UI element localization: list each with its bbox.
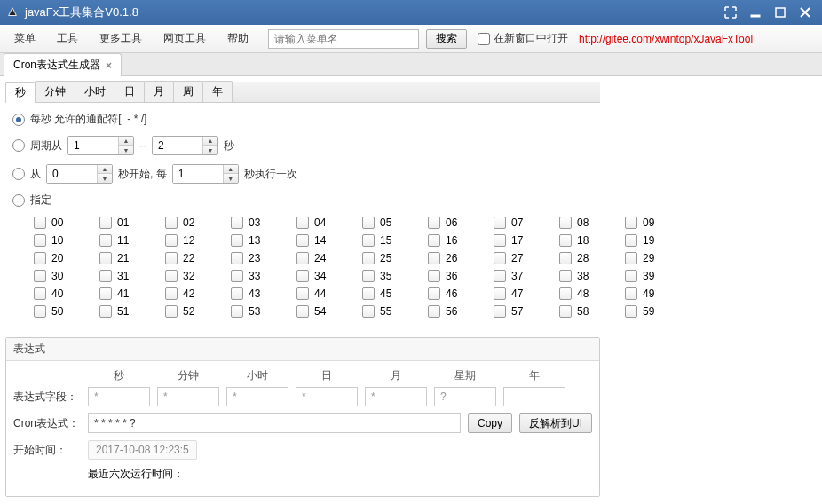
from-start-spinner[interactable]: ▲▼ (46, 164, 113, 184)
second-checkbox-33[interactable] (231, 270, 243, 282)
second-check-02[interactable]: 02 (165, 217, 201, 229)
second-checkbox-16[interactable] (428, 234, 440, 247)
second-check-29[interactable]: 29 (625, 252, 660, 264)
search-input[interactable] (268, 29, 419, 49)
second-check-10[interactable]: 10 (34, 234, 69, 247)
second-check-54[interactable]: 54 (296, 305, 332, 318)
second-check-00[interactable]: 00 (34, 217, 69, 229)
second-check-56[interactable]: 56 (428, 305, 463, 318)
second-check-23[interactable]: 23 (231, 252, 266, 264)
start-time-value[interactable]: 2017-10-08 12:23:5 (88, 440, 197, 460)
second-checkbox-03[interactable] (231, 217, 243, 229)
second-checkbox-01[interactable] (99, 217, 112, 229)
field-month[interactable] (365, 387, 427, 406)
cycle-to-spinner[interactable]: ▲▼ (152, 136, 218, 155)
spin-up-icon[interactable]: ▲ (224, 165, 238, 174)
second-checkbox-38[interactable] (559, 270, 572, 282)
second-checkbox-30[interactable] (34, 270, 46, 282)
second-check-05[interactable]: 05 (362, 217, 398, 229)
second-check-28[interactable]: 28 (559, 252, 595, 264)
second-check-51[interactable]: 51 (99, 305, 135, 318)
cycle-to-input[interactable] (153, 137, 202, 154)
second-checkbox-36[interactable] (428, 270, 440, 282)
second-check-41[interactable]: 41 (99, 287, 135, 300)
second-check-07[interactable]: 07 (494, 217, 529, 229)
spin-up-icon[interactable]: ▲ (98, 165, 112, 174)
second-checkbox-45[interactable] (362, 287, 375, 300)
second-checkbox-54[interactable] (296, 305, 309, 318)
fullscreen-icon[interactable] (719, 4, 742, 21)
second-check-42[interactable]: 42 (165, 287, 201, 300)
second-checkbox-35[interactable] (362, 270, 375, 282)
radio-from[interactable] (12, 168, 25, 180)
second-check-03[interactable]: 03 (231, 217, 266, 229)
second-check-53[interactable]: 53 (231, 305, 266, 318)
subtab-hour[interactable]: 小时 (75, 81, 115, 102)
subtab-year[interactable]: 年 (202, 81, 233, 102)
search-button[interactable]: 搜索 (426, 29, 467, 49)
second-checkbox-55[interactable] (362, 305, 375, 318)
second-check-55[interactable]: 55 (362, 305, 398, 318)
second-checkbox-22[interactable] (165, 252, 178, 264)
second-check-21[interactable]: 21 (99, 252, 135, 264)
second-checkbox-41[interactable] (99, 287, 112, 300)
second-check-06[interactable]: 06 (428, 217, 463, 229)
second-checkbox-37[interactable] (494, 270, 506, 282)
second-checkbox-19[interactable] (625, 234, 637, 247)
second-checkbox-05[interactable] (362, 217, 375, 229)
second-check-24[interactable]: 24 (296, 252, 332, 264)
second-check-26[interactable]: 26 (428, 252, 463, 264)
second-checkbox-29[interactable] (625, 252, 637, 264)
second-checkbox-10[interactable] (34, 234, 46, 247)
cron-input[interactable] (88, 413, 461, 433)
second-checkbox-11[interactable] (99, 234, 112, 247)
spin-up-icon[interactable]: ▲ (203, 137, 217, 146)
second-checkbox-57[interactable] (494, 305, 506, 318)
second-checkbox-56[interactable] (428, 305, 440, 318)
spin-down-icon[interactable]: ▼ (98, 174, 112, 183)
tab-close-icon[interactable]: × (106, 59, 112, 72)
second-check-12[interactable]: 12 (165, 234, 201, 247)
second-check-59[interactable]: 59 (625, 305, 660, 318)
menu-main[interactable]: 菜单 (5, 28, 44, 50)
second-check-45[interactable]: 45 (362, 287, 398, 300)
second-check-36[interactable]: 36 (428, 270, 463, 282)
field-minute[interactable] (157, 387, 219, 406)
spin-down-icon[interactable]: ▼ (224, 174, 238, 183)
second-checkbox-34[interactable] (296, 270, 309, 282)
second-checkbox-04[interactable] (296, 217, 309, 229)
second-check-27[interactable]: 27 (494, 252, 529, 264)
second-checkbox-48[interactable] (559, 287, 572, 300)
second-check-48[interactable]: 48 (559, 287, 595, 300)
second-check-08[interactable]: 08 (559, 217, 595, 229)
from-start-input[interactable] (47, 165, 97, 183)
menu-more-tools[interactable]: 更多工具 (91, 28, 151, 50)
maximize-icon[interactable] (769, 4, 792, 21)
field-year[interactable] (503, 387, 565, 406)
second-checkbox-46[interactable] (428, 287, 440, 300)
second-checkbox-20[interactable] (34, 252, 46, 264)
second-check-32[interactable]: 32 (165, 270, 201, 282)
second-check-33[interactable]: 33 (231, 270, 266, 282)
second-checkbox-13[interactable] (231, 234, 243, 247)
second-check-52[interactable]: 52 (165, 305, 201, 318)
second-check-34[interactable]: 34 (296, 270, 332, 282)
parse-button[interactable]: 反解析到UI (519, 413, 592, 433)
second-check-25[interactable]: 25 (362, 252, 398, 264)
field-day[interactable] (296, 387, 358, 406)
second-check-57[interactable]: 57 (494, 305, 529, 318)
second-checkbox-43[interactable] (231, 287, 243, 300)
second-check-39[interactable]: 39 (625, 270, 660, 282)
radio-cycle[interactable] (12, 139, 25, 152)
second-checkbox-27[interactable] (494, 252, 506, 264)
second-check-30[interactable]: 30 (34, 270, 69, 282)
spin-down-icon[interactable]: ▼ (203, 146, 217, 154)
field-week[interactable] (434, 387, 496, 406)
second-check-50[interactable]: 50 (34, 305, 69, 318)
second-checkbox-44[interactable] (296, 287, 309, 300)
second-check-01[interactable]: 01 (99, 217, 135, 229)
second-check-40[interactable]: 40 (34, 287, 69, 300)
second-checkbox-18[interactable] (559, 234, 572, 247)
menu-help[interactable]: 帮助 (218, 28, 257, 50)
second-checkbox-49[interactable] (625, 287, 637, 300)
